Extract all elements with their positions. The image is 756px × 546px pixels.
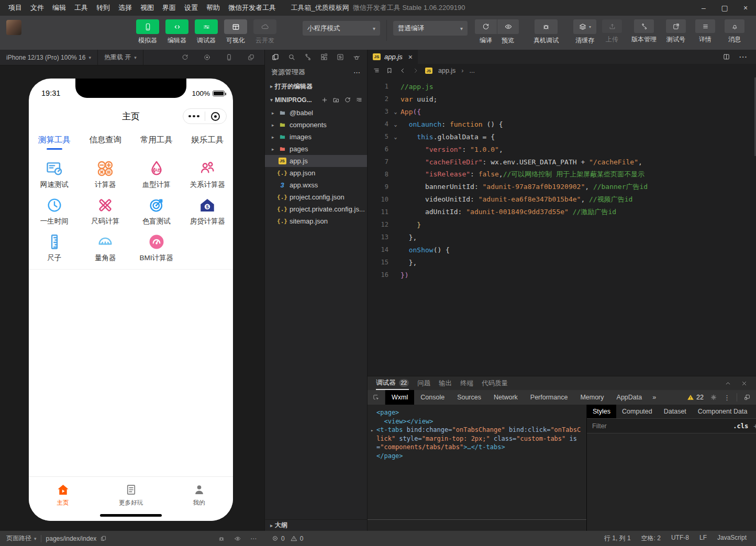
tool-网速测试[interactable]: 网速测试 [29, 156, 80, 193]
styles-tab-Styles[interactable]: Styles [587, 405, 616, 418]
problems-section[interactable]: 0 0 [264, 535, 368, 542]
mode-select[interactable]: 小程序模式▾ [303, 21, 380, 36]
devtools-tab-Network[interactable]: Network [487, 390, 524, 405]
collapse-panel-icon[interactable] [725, 380, 731, 387]
tab-常用工具[interactable]: 常用工具 [131, 128, 182, 152]
styles-tab-Computed[interactable]: Computed [616, 405, 658, 418]
open-editors-section[interactable]: ▸ 打开的编辑器 [265, 80, 367, 93]
真机调试-button[interactable]: 真机调试 [533, 19, 559, 45]
more-tabs-icon[interactable]: » [648, 390, 660, 405]
status-item[interactable]: 空格: 2 [641, 534, 661, 543]
more-actions-icon[interactable]: ⋯ [250, 535, 257, 542]
split-editor-icon[interactable] [722, 53, 730, 61]
close-miniprogram-button[interactable] [205, 112, 227, 121]
gear-icon[interactable] [710, 394, 717, 401]
status-item[interactable]: UTF-8 [671, 534, 689, 543]
eye-icon[interactable] [234, 535, 241, 542]
snippets-icon[interactable] [336, 53, 344, 61]
devtools-tab-Performance[interactable]: Performance [524, 390, 574, 405]
windows-icon[interactable] [247, 53, 255, 61]
device-selector[interactable]: iPhone 12/13 (Pro) 100% 16 ▾ [0, 50, 98, 65]
tool-房贷计算器[interactable]: $房贷计算器 [182, 193, 234, 229]
page-path-label[interactable]: 页面路径 [6, 534, 31, 543]
tool-尺码计算[interactable]: 尺码计算 [80, 193, 131, 229]
编译-button[interactable] [475, 19, 497, 34]
phone-icon[interactable] [225, 53, 233, 61]
tool-血型计算[interactable]: AB血型计算 [131, 156, 182, 193]
menu-item-编辑[interactable]: 编辑 [48, 0, 70, 16]
toolbar-button-调试器[interactable]: 调试器 [193, 19, 220, 45]
filter-input[interactable]: Filter [592, 422, 607, 430]
copy-icon[interactable] [100, 535, 107, 542]
wxml-tree[interactable]: <page> <view></view>▸<t-tabs bind:change… [368, 405, 586, 531]
undock-icon[interactable] [743, 394, 751, 401]
source-control-icon[interactable] [304, 53, 312, 61]
devtools-tab-AppData[interactable]: AppData [610, 390, 649, 405]
devtools-tab-Memory[interactable]: Memory [574, 390, 610, 405]
more-menu-button[interactable] [183, 115, 205, 118]
menu-item-转到[interactable]: 转到 [92, 0, 114, 16]
file-project.private.config.js...[interactable]: {.}project.private.config.js... [265, 203, 367, 215]
status-item[interactable]: LF [699, 534, 707, 543]
refresh-explorer-icon[interactable] [344, 96, 351, 104]
more-actions-icon[interactable]: ⋯ [739, 52, 748, 62]
outline-icon[interactable] [373, 67, 380, 74]
fold-icon[interactable]: ⌄ [391, 109, 401, 115]
outline-section[interactable]: ▸ 大纲 [265, 519, 367, 531]
wxml-node[interactable]: ▸<t-tabs bind:change="onTabsChange" bind… [376, 426, 582, 452]
menu-item-工具[interactable]: 工具 [70, 0, 92, 16]
预览-button[interactable] [497, 19, 519, 34]
版本管理-button[interactable]: 版本管理 [631, 19, 657, 44]
close-button[interactable]: × [735, 0, 756, 16]
forward-icon[interactable] [412, 67, 419, 74]
code-editor[interactable]: 1//app.js2var uuid;3⌄App({4⌄ onLaunch: f… [368, 77, 756, 376]
stop-icon[interactable] [203, 53, 211, 61]
debugger-tab-调试器[interactable]: 调试器22 [376, 376, 409, 390]
project-section[interactable]: ▾ MINIPROG... [265, 93, 367, 107]
menu-item-选择[interactable]: 选择 [114, 0, 136, 16]
minimize-button[interactable]: – [693, 0, 714, 16]
refresh-icon[interactable] [181, 53, 189, 61]
tool-计算器[interactable]: 计算器 [80, 156, 131, 193]
devtools-tab-Wxml[interactable]: Wxml [385, 390, 414, 405]
new-file-icon[interactable] [321, 96, 328, 104]
测试号-button[interactable]: 测试号 [666, 19, 686, 44]
search-icon[interactable] [287, 53, 296, 61]
breadcrumb-more[interactable]: ... [470, 67, 475, 74]
collapse-folders-icon[interactable] [355, 96, 363, 104]
maximize-button[interactable]: ▢ [714, 0, 735, 16]
toolbar-button-编辑器[interactable]: 编辑器 [163, 19, 191, 45]
editor-tab-appjs[interactable]: JS app.js × [368, 50, 418, 64]
file-app.wxss[interactable]: 3app.wxss [265, 179, 367, 191]
wxml-node[interactable]: </page> [376, 452, 582, 461]
back-icon[interactable] [399, 67, 406, 74]
消息-button[interactable]: 消息 [725, 19, 744, 44]
bookmark-icon[interactable] [386, 67, 393, 74]
menu-item-项目[interactable]: 项目 [4, 0, 26, 16]
debugger-tab-终端[interactable]: 终端 [460, 376, 473, 390]
menu-item-界面[interactable]: 界面 [158, 0, 180, 16]
new-folder-icon[interactable] [332, 96, 340, 104]
status-item[interactable]: JavaScript [717, 534, 747, 543]
toolbar-button-可视化[interactable]: 可视化 [222, 19, 249, 45]
tool-BMI计算器[interactable]: BMI计算器 [131, 229, 182, 266]
tool-尺子[interactable]: 尺子 [29, 229, 80, 266]
tabbar-我的[interactable]: 我的 [165, 477, 233, 521]
menu-item-设置[interactable]: 设置 [180, 0, 202, 16]
expand-arrow-icon[interactable]: ▸ [371, 426, 373, 435]
menu-item-文件[interactable]: 文件 [26, 0, 48, 16]
styles-tab-Component Data[interactable]: Component Data [692, 405, 753, 418]
tab-信息查询[interactable]: 信息查询 [80, 128, 131, 152]
bug-icon[interactable] [218, 535, 225, 542]
file-images[interactable]: ▸images [265, 131, 367, 143]
file-components[interactable]: ▸components [265, 119, 367, 131]
breadcrumb-file[interactable]: app.js [438, 67, 455, 74]
more-actions-icon[interactable]: ⋯ [353, 69, 361, 76]
compile-mode-select[interactable]: 普通编译▾ [393, 21, 468, 36]
toolbar-button-云开发[interactable]: 云开发 [251, 19, 279, 45]
file-sitemap.json[interactable]: {.}sitemap.json [265, 215, 367, 227]
debugger-tab-输出[interactable]: 输出 [439, 376, 452, 390]
menu-item-帮助[interactable]: 帮助 [202, 0, 224, 16]
warning-counter[interactable]: 22 [687, 394, 704, 401]
tool-一生时间[interactable]: 一生时间 [29, 193, 80, 229]
